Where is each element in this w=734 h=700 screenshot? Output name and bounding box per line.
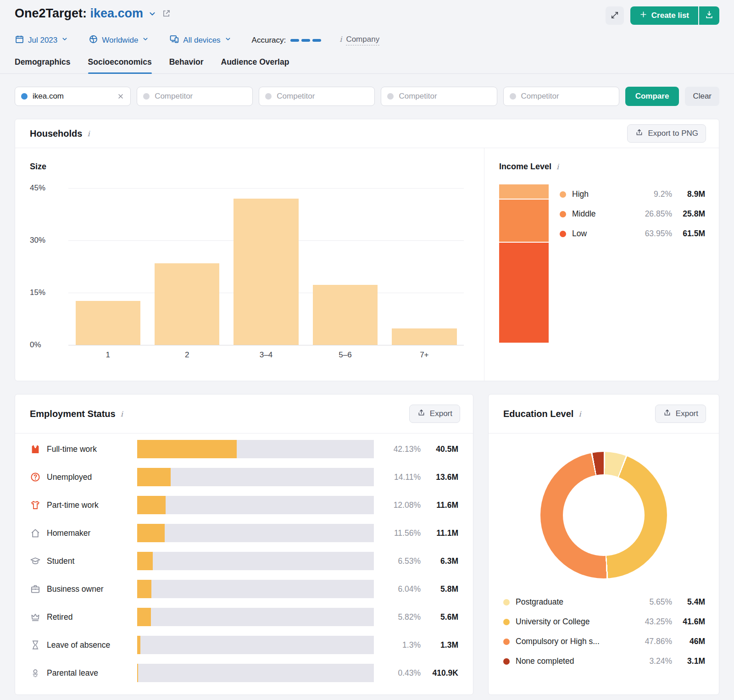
size-y-tick: 30% (30, 236, 56, 245)
graduation-cap-icon (30, 556, 41, 567)
company-info-link[interactable]: i Company (339, 35, 379, 45)
employment-bar-fill (137, 608, 151, 626)
export-to-png-button[interactable]: Export to PNG (627, 124, 706, 143)
employment-row: Student6.53%6.3M (30, 552, 458, 570)
crown-icon (30, 611, 41, 622)
size-bar-7+[interactable] (392, 328, 456, 345)
size-y-tick: 0% (30, 340, 56, 350)
tab-behavior[interactable]: Behavior (169, 57, 204, 73)
target-domain-input[interactable]: ikea.com (15, 87, 131, 106)
competitor-dot (143, 93, 150, 100)
globe-icon (89, 34, 98, 46)
employment-bar-track[interactable] (137, 580, 374, 598)
competitor-input-4[interactable]: Competitor (503, 87, 619, 106)
expand-button[interactable] (606, 6, 624, 25)
employment-bar-track[interactable] (137, 636, 374, 654)
employment-value: 11.6M (421, 500, 458, 510)
info-icon[interactable]: i (121, 410, 123, 418)
employment-row: Homemaker11.56%11.1M (30, 524, 458, 542)
employment-bar-track[interactable] (137, 552, 374, 570)
size-bar-5–6[interactable] (313, 285, 378, 345)
employment-percent: 6.04% (380, 584, 421, 594)
competitor-input-1[interactable]: Competitor (137, 87, 253, 106)
compare-button[interactable]: Compare (625, 87, 679, 106)
competitor-input-3[interactable]: Competitor (381, 87, 497, 106)
income-level-section: Income Level i High9.2%8.9MMiddle26.85%2… (484, 148, 719, 381)
income-segment-low[interactable] (499, 243, 549, 343)
size-bars (68, 188, 464, 345)
employment-label: Part-time work (47, 500, 137, 510)
employment-bar-track[interactable] (137, 524, 374, 542)
competitor-dot (387, 93, 394, 100)
employment-bar-track[interactable] (137, 608, 374, 626)
competitor-dot (510, 93, 516, 100)
competitor-dot (265, 93, 272, 100)
employment-percent: 14.11% (380, 472, 421, 482)
date-filter[interactable]: Jul 2023 (15, 34, 68, 46)
education-legend: Postgraduate5.65%5.4MUniversity or Colle… (489, 578, 719, 694)
employment-value: 40.5M (421, 444, 458, 454)
competitor-input-2[interactable]: Competitor (259, 87, 375, 106)
legend-value: 46M (672, 637, 705, 646)
target-domain-link[interactable]: ikea.com (90, 6, 144, 20)
legend-dot (560, 191, 566, 198)
legend-percent: 5.65% (631, 597, 672, 607)
legend-value: 41.6M (672, 617, 705, 627)
info-icon[interactable]: i (87, 129, 89, 138)
size-bar-1[interactable] (76, 301, 140, 345)
income-segment-middle[interactable] (499, 200, 549, 242)
clear-button[interactable]: Clear (685, 87, 719, 106)
education-export-button[interactable]: Export (655, 405, 706, 423)
legend-value: 25.8M (672, 209, 705, 219)
employment-label: Homemaker (47, 528, 137, 538)
employment-value: 13.6M (421, 472, 458, 482)
domain-chevron-down-icon[interactable] (148, 9, 157, 18)
tab-audience-overlap[interactable]: Audience Overlap (221, 57, 289, 73)
calendar-icon (15, 34, 24, 46)
legend-row: University or College43.25%41.6M (503, 612, 705, 632)
employment-label: Student (47, 556, 137, 566)
employment-percent: 42.13% (380, 444, 421, 454)
create-list-button[interactable]: Create list (630, 6, 698, 25)
employment-percent: 6.53% (380, 556, 421, 566)
location-filter[interactable]: Worldwide (89, 34, 149, 46)
chevron-down-icon (142, 35, 149, 45)
devices-filter[interactable]: All devices (169, 34, 231, 46)
legend-row: Middle26.85%25.8M (560, 204, 705, 224)
legend-row: Postgraduate5.65%5.4M (503, 592, 705, 612)
info-icon[interactable]: i (578, 410, 581, 418)
employment-label: Leave of absence (47, 640, 137, 650)
external-link-icon[interactable] (161, 9, 171, 18)
employment-label: Full-time work (47, 444, 137, 454)
size-bar-2[interactable] (155, 263, 219, 345)
size-bar-column (385, 188, 464, 345)
employment-bar-track[interactable] (137, 468, 374, 486)
close-icon[interactable] (117, 93, 124, 100)
legend-dot (503, 639, 510, 645)
legend-row: Low63.95%61.5M (560, 224, 705, 244)
employment-row: Parental leave0.43%410.9K (30, 664, 458, 682)
employment-bar-track[interactable] (137, 496, 374, 514)
employment-row: Full-time work42.13%40.5M (30, 440, 458, 458)
legend-label: None completed (516, 656, 631, 666)
employment-bar-track[interactable] (137, 440, 374, 458)
employment-bar-fill (137, 636, 140, 654)
tab-demographics[interactable]: Demographics (15, 57, 71, 73)
info-icon[interactable]: i (556, 162, 559, 171)
tab-socioeconomics[interactable]: Socioeconomics (88, 57, 152, 73)
employment-value: 6.3M (421, 556, 458, 566)
report-tabs: Demographics Socioeconomics Behavior Aud… (0, 57, 734, 74)
size-bar-3–4[interactable] (234, 199, 298, 345)
export-icon (635, 128, 644, 139)
employment-export-button[interactable]: Export (409, 405, 460, 423)
education-donut[interactable] (540, 452, 667, 578)
income-segment-high[interactable] (499, 184, 549, 199)
size-x-label: 7+ (385, 350, 464, 360)
education-header: Education Level i Export (489, 394, 719, 433)
employment-percent: 12.08% (380, 500, 421, 510)
employment-bar-track[interactable] (137, 664, 374, 682)
chevron-down-icon (224, 35, 232, 45)
chevron-down-icon (61, 35, 68, 45)
download-button[interactable] (699, 6, 719, 25)
tshirt-icon (30, 500, 41, 511)
